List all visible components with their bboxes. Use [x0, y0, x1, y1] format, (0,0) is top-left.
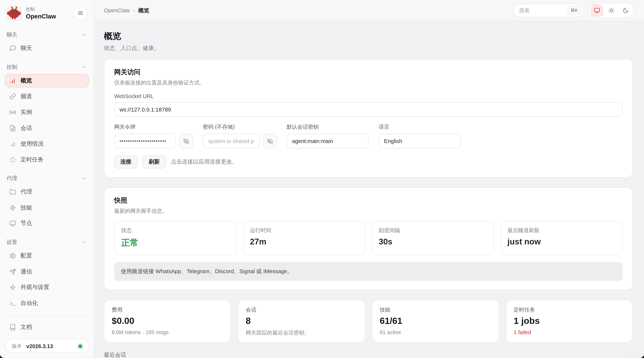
sidebar-item-channels[interactable]: 频道 [5, 90, 89, 103]
sidebar-item-sessions[interactable]: 会话 [5, 122, 89, 135]
tile-tick-interval: 刻度间隔 30s [372, 221, 494, 255]
radio-broadcast-icon [10, 109, 16, 116]
monitor-icon [10, 220, 16, 227]
section-label: 控制 [6, 63, 17, 71]
breadcrumb: OpenClaw › 概览 [104, 7, 149, 14]
chevron-down-icon [81, 176, 87, 181]
theme-light-button[interactable] [605, 4, 617, 16]
language-select[interactable] [378, 134, 461, 149]
connect-button[interactable]: 连接 [114, 155, 138, 168]
sidebar-item-config[interactable]: 配置 [5, 249, 89, 263]
sidebar-item-label: 代理 [20, 188, 32, 196]
section-label: 设置 [6, 238, 17, 246]
search-box[interactable]: ⌘K [513, 4, 584, 17]
search-input[interactable] [519, 7, 556, 14]
stat-value: $0.00 [112, 316, 223, 326]
sidebar-item-label: 外观与设置 [20, 284, 49, 291]
stat-value: 8 [246, 316, 357, 326]
send-icon [10, 269, 16, 275]
sidebar-item-agents[interactable]: 代理 [5, 185, 89, 199]
stat-sub: 6.0M tokens · 165 msgs [112, 329, 223, 336]
page-content: 概览 状态、入口点、健康。 网关访问 仪表板连接的位置及其身份验证方式。 Web… [94, 21, 644, 358]
sidebar-item-label: 技能 [20, 204, 32, 212]
session-key-input[interactable] [287, 134, 369, 149]
tile-value: just now [508, 237, 616, 246]
language-label: 语言 [378, 123, 461, 131]
theme-system-button[interactable] [591, 4, 603, 16]
app-window: 控制 OpenClaw 聊天 聊天 控制 [0, 0, 644, 358]
toggle-token-visibility-button[interactable] [180, 134, 193, 149]
chat-bubble-icon [10, 45, 16, 52]
section-label: 聊天 [6, 31, 17, 39]
sidebar-item-overview[interactable]: 概览 [5, 74, 89, 87]
password-label: 密码 (不存储) [203, 123, 277, 131]
sidebar-item-label: 使用情况 [20, 140, 44, 148]
gear-icon [10, 253, 16, 259]
gateway-access-card: 网关访问 仪表板连接的位置及其身份验证方式。 WebSocket URL 网关令… [104, 59, 633, 178]
sidebar-section-settings[interactable]: 设置 [5, 233, 89, 249]
theme-toggle-group [588, 3, 634, 18]
sidebar-item-nodes[interactable]: 节点 [5, 217, 89, 230]
sidebar-item-label: 自动化 [20, 300, 38, 307]
main-area: OpenClaw › 概览 ⌘K [94, 0, 644, 358]
sidebar-section-agents[interactable]: 代理 [5, 169, 89, 185]
websocket-url-label: WebSocket URL [114, 93, 622, 99]
bar-chart-icon [10, 77, 16, 84]
sidebar-item-skills[interactable]: 技能 [5, 201, 89, 215]
sidebar: 控制 OpenClaw 聊天 聊天 控制 [0, 0, 94, 358]
sun-icon [608, 7, 614, 14]
sidebar-section-control[interactable]: 控制 [5, 58, 89, 74]
terminal-icon [10, 300, 16, 307]
tile-label: 最后频道刷新 [508, 227, 616, 234]
password-input[interactable] [203, 134, 260, 149]
folder-icon [10, 189, 16, 195]
topbar-right: ⌘K [513, 3, 634, 18]
sidebar-item-label: 概览 [20, 77, 32, 84]
brand-kicker: 控制 [26, 6, 56, 12]
gateway-token-input[interactable] [114, 134, 176, 149]
breadcrumb-current: 概览 [138, 7, 149, 14]
sidebar-section-chat[interactable]: 聊天 [5, 25, 89, 42]
language-group: 语言 [378, 117, 461, 149]
book-icon [10, 324, 16, 330]
moon-icon [623, 7, 629, 14]
tile-value: 30s [378, 237, 487, 246]
chevron-down-icon [81, 239, 87, 245]
theme-dark-button[interactable] [620, 4, 632, 16]
sparkle-icon [10, 284, 16, 291]
sidebar-item-appearance[interactable]: 外观与设置 [5, 281, 89, 294]
stat-label: 技能 [380, 306, 491, 314]
session-key-label: 默认会话密钥 [287, 123, 369, 131]
tile-label: 状态 [121, 227, 229, 234]
stats-row: 费用 $0.00 6.0M tokens · 165 msgs 会话 8 网关跟… [104, 300, 633, 343]
sidebar-item-instances[interactable]: 实例 [5, 106, 89, 119]
tile-last-refresh: 最后频道刷新 just now [500, 221, 622, 255]
brand-block: 控制 OpenClaw [26, 6, 56, 19]
sidebar-item-cron[interactable]: 定时任务 [5, 153, 89, 167]
sidebar-header: 控制 OpenClaw [5, 4, 89, 25]
sidebar-item-usage[interactable]: 使用情况 [5, 137, 89, 151]
search-shortcut-badge: ⌘K [568, 6, 581, 15]
sidebar-item-chat[interactable]: 聊天 [5, 42, 89, 55]
breadcrumb-separator: › [133, 7, 135, 14]
sidebar-item-communication[interactable]: 通信 [5, 265, 89, 278]
sidebar-item-label: 配置 [20, 252, 32, 260]
sidebar-nav: 聊天 聊天 控制 概览 频道 实例 [5, 25, 89, 312]
usage-bars-icon [10, 141, 16, 147]
toggle-password-visibility-button[interactable] [263, 134, 277, 149]
websocket-url-input[interactable] [114, 102, 622, 117]
eye-off-icon [183, 138, 190, 144]
sidebar-footer: 文档 版本 v2026.3.13 [5, 313, 89, 353]
status-dot-green [78, 344, 82, 348]
sidebar-item-automation[interactable]: 自动化 [5, 297, 89, 310]
page-title: 概览 [104, 30, 633, 42]
refresh-button[interactable]: 刷新 [142, 155, 166, 168]
openclaw-logo-icon [6, 5, 22, 21]
stat-cost: 费用 $0.00 6.0M tokens · 165 msgs [104, 300, 231, 343]
sidebar-collapse-button[interactable] [73, 6, 88, 20]
stat-sub: 网关跟踪的最近会话密钥。 [246, 329, 357, 337]
breadcrumb-root[interactable]: OpenClaw [104, 7, 130, 14]
sidebar-item-docs[interactable]: 文档 [5, 320, 89, 334]
stat-label: 费用 [112, 306, 223, 314]
stat-label: 定时任务 [514, 306, 625, 314]
